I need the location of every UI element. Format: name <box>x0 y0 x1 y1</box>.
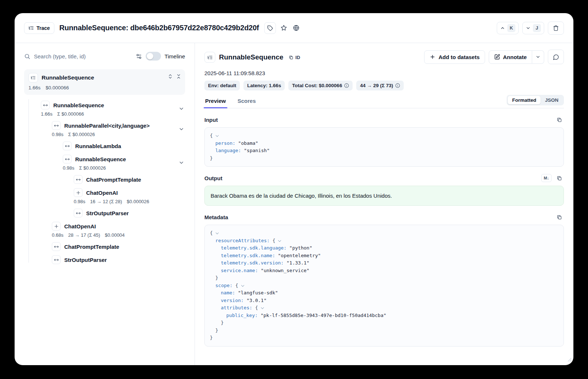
markdown-toggle-button[interactable]: M↓ <box>541 174 552 182</box>
tree-item-label: ChatOpenAI <box>86 190 118 196</box>
copy-id-button[interactable]: ID <box>287 54 302 61</box>
tree-root-metrics: 1.66s $0.000066 <box>28 85 181 90</box>
tree-item-label: StrOutputParser <box>64 257 107 263</box>
trace-stat-badge: Total Cost: $0.000066 <box>288 81 353 90</box>
tree-item-label: ChatPromptTemplate <box>86 177 141 183</box>
tree-item-label: StrOutputParser <box>86 210 129 216</box>
tree-item-label: RunnableLambda <box>75 143 121 149</box>
star-icon <box>281 25 287 31</box>
tree-item[interactable]: ChatPromptTemplate <box>24 173 185 186</box>
id-chip-label: ID <box>295 55 300 60</box>
chevron-down-icon <box>535 54 541 59</box>
list-tree-icon <box>204 52 215 63</box>
resize-handle[interactable] <box>568 357 572 363</box>
globe-icon <box>293 25 299 31</box>
tab-scores[interactable]: Scores <box>237 95 257 108</box>
tree-item[interactable]: StrOutputParser <box>24 206 185 220</box>
format-toggle-json[interactable]: JSON <box>541 96 563 104</box>
tree-root-item[interactable]: RunnableSequence 1.66s $0.000066 <box>24 69 185 95</box>
timeline-label: Timeline <box>165 53 185 59</box>
observation-title: RunnableSequence <box>219 53 283 61</box>
expand-all-button[interactable] <box>168 74 173 79</box>
collapse-chevron-icon[interactable] <box>278 239 281 241</box>
chevron-down-icon <box>526 26 531 31</box>
trace-type-badge: Trace <box>24 22 54 34</box>
input-section-title: Input <box>204 117 218 123</box>
tag-button[interactable] <box>264 22 276 34</box>
output-section-title: Output <box>204 175 222 181</box>
nav-up-button[interactable]: K <box>497 22 519 34</box>
collapse-chevron-icon[interactable] <box>216 134 219 137</box>
trace-window: Trace RunnableSequence: dbe646b2b67957d2… <box>15 13 573 365</box>
copy-output-button[interactable] <box>554 173 564 183</box>
code-line: name: "langfuse-sdk" <box>210 289 558 297</box>
add-to-datasets-label: Add to datasets <box>438 54 480 60</box>
search-input[interactable] <box>34 53 132 59</box>
input-code-block: {person: "obama"language: "spanish"} <box>204 127 564 167</box>
trace-tree-sidebar: Timeline RunnableSequence <box>15 43 195 365</box>
page-title: RunnableSequence: dbe646b2b67957d22e8780… <box>59 24 259 32</box>
delete-trace-button[interactable] <box>548 22 564 35</box>
collapse-chevron-icon[interactable] <box>241 283 244 286</box>
observation-detail: RunnableSequence ID Add to datasets <box>195 43 573 365</box>
span-icon <box>52 255 61 264</box>
annotate-dropdown-button[interactable] <box>532 50 544 64</box>
tree-item-metrics: 0.98sΣ $0.000026 <box>52 132 174 137</box>
trace-stat-badge: Env: default <box>204 81 240 90</box>
chevron-down-icon[interactable] <box>178 106 184 112</box>
copy-metadata-button[interactable] <box>554 212 564 222</box>
metadata-code-block: {resourceAttributes: {telemetry.sdk.lang… <box>204 225 564 347</box>
code-line: scope: { <box>210 282 558 290</box>
code-line: person: "obama" <box>210 140 558 147</box>
span-icon <box>52 242 61 251</box>
code-line: language: "spanish" <box>210 147 558 155</box>
tree-item[interactable]: RunnableParallel<city,language>0.98sΣ $0… <box>24 119 185 139</box>
annotate-label: Annotate <box>503 54 527 60</box>
tag-icon <box>267 25 273 31</box>
code-line: } <box>210 319 558 327</box>
collapse-chevron-icon[interactable] <box>216 231 219 234</box>
filter-settings-button[interactable] <box>136 53 142 59</box>
collapse-chevron-icon[interactable] <box>261 306 264 309</box>
tree-item[interactable]: RunnableSequence1.66sΣ $0.000066 <box>24 98 185 119</box>
tree-item-label: ChatPromptTemplate <box>64 244 119 250</box>
format-toggle: Formatted JSON <box>507 95 564 105</box>
copy-input-button[interactable] <box>554 115 564 124</box>
chevron-down-icon[interactable] <box>178 126 184 132</box>
topbar: Trace RunnableSequence: dbe646b2b67957d2… <box>15 13 573 43</box>
tree-item[interactable]: RunnableSequence0.98sΣ $0.000026 <box>24 152 185 173</box>
timeline-toggle[interactable] <box>146 52 161 61</box>
root-duration: 1.66s <box>28 85 41 90</box>
code-line: } <box>210 274 558 282</box>
tree-item[interactable]: ChatOpenAI0.68s28 → 17 (Σ 45)$0.00004 <box>24 220 185 240</box>
code-line: { <box>210 132 558 140</box>
code-line: version: "3.0.1" <box>210 297 558 305</box>
comment-bubble-icon <box>553 54 559 60</box>
keycap-j: J <box>533 24 541 32</box>
chevron-up-icon <box>500 26 505 31</box>
add-to-datasets-button[interactable]: Add to datasets <box>424 50 485 64</box>
tree-item[interactable]: StrOutputParser <box>24 253 185 266</box>
chevron-down-icon[interactable] <box>178 160 184 166</box>
tree-item-label: RunnableSequence <box>75 156 126 162</box>
bookmark-star-button[interactable] <box>278 22 290 34</box>
tree-item[interactable]: ChatOpenAI0.98s16 → 12 (Σ 28)$0.000026 <box>24 186 185 206</box>
format-toggle-formatted[interactable]: Formatted <box>508 96 541 104</box>
span-icon <box>52 121 61 130</box>
tree-item-metrics: 0.98sΣ $0.000026 <box>63 165 174 171</box>
pencil-icon <box>494 54 500 60</box>
code-line: telemetry.sdk.language: "python" <box>210 244 558 252</box>
code-line: } <box>210 327 558 334</box>
tab-preview[interactable]: Preview <box>204 95 227 108</box>
public-share-button[interactable] <box>291 22 302 34</box>
root-cost: $0.000066 <box>46 85 69 90</box>
code-line: resourceAttributes: { <box>210 237 558 245</box>
tree-item[interactable]: RunnableLambda <box>24 139 185 152</box>
annotate-button[interactable]: Annotate <box>489 50 532 64</box>
tree-item[interactable]: ChatPromptTemplate <box>24 240 185 253</box>
nav-down-button[interactable]: J <box>522 22 544 34</box>
comments-button[interactable] <box>548 50 564 64</box>
collapse-all-button[interactable] <box>176 74 181 79</box>
copy-icon <box>289 55 293 60</box>
code-line: telemetry.sdk.version: "1.33.1" <box>210 259 558 267</box>
